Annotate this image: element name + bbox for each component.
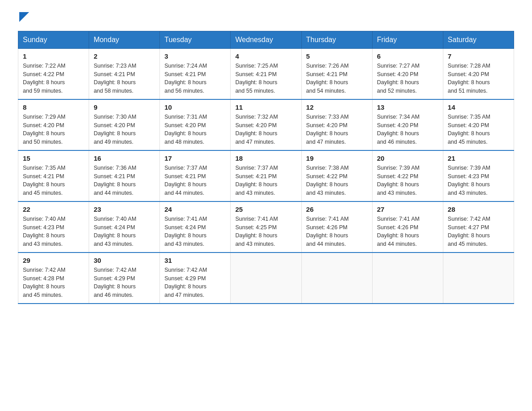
day-number: 23 (94, 206, 155, 213)
day-number: 10 (164, 103, 226, 111)
page-header (18, 13, 514, 22)
header-saturday: Saturday (443, 31, 514, 48)
calendar-cell: 27Sunrise: 7:41 AMSunset: 4:26 PMDayligh… (372, 201, 443, 253)
day-number: 31 (164, 257, 226, 264)
logo-icon (19, 13, 30, 22)
week-row-1: 1Sunrise: 7:22 AMSunset: 4:22 PMDaylight… (18, 48, 514, 99)
day-number: 14 (448, 103, 509, 111)
week-row-2: 8Sunrise: 7:29 AMSunset: 4:20 PMDaylight… (18, 99, 514, 150)
day-info: Sunrise: 7:26 AMSunset: 4:21 PMDaylight:… (306, 62, 368, 95)
calendar-cell: 22Sunrise: 7:40 AMSunset: 4:23 PMDayligh… (18, 201, 89, 253)
day-info: Sunrise: 7:36 AMSunset: 4:21 PMDaylight:… (94, 164, 155, 197)
calendar-cell (443, 253, 514, 304)
day-number: 1 (23, 52, 84, 60)
calendar-cell: 29Sunrise: 7:42 AMSunset: 4:28 PMDayligh… (18, 253, 89, 304)
calendar-cell: 16Sunrise: 7:36 AMSunset: 4:21 PMDayligh… (89, 150, 160, 201)
day-number: 21 (448, 154, 509, 162)
calendar-table: SundayMondayTuesdayWednesdayThursdayFrid… (18, 31, 514, 304)
header-sunday: Sunday (18, 31, 89, 48)
day-info: Sunrise: 7:22 AMSunset: 4:22 PMDaylight:… (23, 62, 84, 95)
day-info: Sunrise: 7:32 AMSunset: 4:20 PMDaylight:… (235, 113, 296, 146)
day-info: Sunrise: 7:42 AMSunset: 4:29 PMDaylight:… (164, 266, 226, 300)
calendar-cell: 8Sunrise: 7:29 AMSunset: 4:20 PMDaylight… (18, 99, 89, 150)
day-number: 6 (377, 52, 438, 60)
day-info: Sunrise: 7:40 AMSunset: 4:23 PMDaylight:… (23, 215, 84, 248)
day-number: 25 (235, 206, 296, 213)
day-number: 4 (235, 52, 296, 60)
day-info: Sunrise: 7:25 AMSunset: 4:21 PMDaylight:… (235, 62, 296, 95)
day-number: 28 (448, 206, 509, 213)
week-row-3: 15Sunrise: 7:35 AMSunset: 4:21 PMDayligh… (18, 150, 514, 201)
day-number: 15 (23, 154, 84, 162)
header-tuesday: Tuesday (160, 31, 231, 48)
calendar-cell: 23Sunrise: 7:40 AMSunset: 4:24 PMDayligh… (89, 201, 160, 253)
logo (18, 13, 30, 22)
day-info: Sunrise: 7:33 AMSunset: 4:20 PMDaylight:… (306, 113, 368, 146)
header-friday: Friday (372, 31, 443, 48)
calendar-cell: 11Sunrise: 7:32 AMSunset: 4:20 PMDayligh… (231, 99, 301, 150)
day-info: Sunrise: 7:30 AMSunset: 4:20 PMDaylight:… (94, 113, 155, 146)
day-number: 12 (306, 103, 368, 111)
day-number: 5 (306, 52, 368, 60)
day-number: 2 (94, 52, 155, 60)
day-number: 8 (23, 103, 84, 111)
calendar-cell: 7Sunrise: 7:28 AMSunset: 4:20 PMDaylight… (443, 48, 514, 99)
calendar-cell (301, 253, 372, 304)
day-info: Sunrise: 7:42 AMSunset: 4:28 PMDaylight:… (23, 266, 84, 300)
day-info: Sunrise: 7:37 AMSunset: 4:21 PMDaylight:… (235, 164, 296, 197)
day-number: 24 (164, 206, 226, 213)
day-number: 20 (377, 154, 438, 162)
calendar-cell: 30Sunrise: 7:42 AMSunset: 4:29 PMDayligh… (89, 253, 160, 304)
day-info: Sunrise: 7:39 AMSunset: 4:23 PMDaylight:… (448, 164, 509, 197)
calendar-cell: 9Sunrise: 7:30 AMSunset: 4:20 PMDaylight… (89, 99, 160, 150)
day-number: 13 (377, 103, 438, 111)
calendar-cell: 1Sunrise: 7:22 AMSunset: 4:22 PMDaylight… (18, 48, 89, 99)
day-info: Sunrise: 7:41 AMSunset: 4:24 PMDaylight:… (164, 215, 226, 248)
calendar-header-row: SundayMondayTuesdayWednesdayThursdayFrid… (18, 31, 514, 48)
calendar-cell: 19Sunrise: 7:38 AMSunset: 4:22 PMDayligh… (301, 150, 372, 201)
day-number: 16 (94, 154, 155, 162)
calendar-cell: 2Sunrise: 7:23 AMSunset: 4:21 PMDaylight… (89, 48, 160, 99)
day-number: 19 (306, 154, 368, 162)
header-wednesday: Wednesday (231, 31, 301, 48)
day-number: 7 (448, 52, 509, 60)
day-number: 30 (94, 257, 155, 264)
calendar-cell: 31Sunrise: 7:42 AMSunset: 4:29 PMDayligh… (160, 253, 231, 304)
calendar-cell: 14Sunrise: 7:35 AMSunset: 4:20 PMDayligh… (443, 99, 514, 150)
day-info: Sunrise: 7:23 AMSunset: 4:21 PMDaylight:… (94, 62, 155, 95)
calendar-cell: 6Sunrise: 7:27 AMSunset: 4:20 PMDaylight… (372, 48, 443, 99)
calendar-cell: 26Sunrise: 7:41 AMSunset: 4:26 PMDayligh… (301, 201, 372, 253)
calendar-cell: 25Sunrise: 7:41 AMSunset: 4:25 PMDayligh… (231, 201, 301, 253)
day-info: Sunrise: 7:42 AMSunset: 4:27 PMDaylight:… (448, 215, 509, 248)
calendar-cell (231, 253, 301, 304)
day-info: Sunrise: 7:27 AMSunset: 4:20 PMDaylight:… (377, 62, 438, 95)
day-info: Sunrise: 7:39 AMSunset: 4:22 PMDaylight:… (377, 164, 438, 197)
day-number: 18 (235, 154, 296, 162)
day-info: Sunrise: 7:35 AMSunset: 4:21 PMDaylight:… (23, 164, 84, 197)
day-number: 26 (306, 206, 368, 213)
calendar-cell: 13Sunrise: 7:34 AMSunset: 4:20 PMDayligh… (372, 99, 443, 150)
calendar-cell: 12Sunrise: 7:33 AMSunset: 4:20 PMDayligh… (301, 99, 372, 150)
day-info: Sunrise: 7:37 AMSunset: 4:21 PMDaylight:… (164, 164, 226, 197)
calendar-cell: 4Sunrise: 7:25 AMSunset: 4:21 PMDaylight… (231, 48, 301, 99)
calendar-cell: 5Sunrise: 7:26 AMSunset: 4:21 PMDaylight… (301, 48, 372, 99)
calendar-cell (372, 253, 443, 304)
day-number: 29 (23, 257, 84, 264)
calendar-cell: 18Sunrise: 7:37 AMSunset: 4:21 PMDayligh… (231, 150, 301, 201)
day-info: Sunrise: 7:29 AMSunset: 4:20 PMDaylight:… (23, 113, 84, 146)
day-number: 11 (235, 103, 296, 111)
day-info: Sunrise: 7:31 AMSunset: 4:20 PMDaylight:… (164, 113, 226, 146)
day-info: Sunrise: 7:34 AMSunset: 4:20 PMDaylight:… (377, 113, 438, 146)
day-number: 27 (377, 206, 438, 213)
calendar-cell: 28Sunrise: 7:42 AMSunset: 4:27 PMDayligh… (443, 201, 514, 253)
calendar-cell: 15Sunrise: 7:35 AMSunset: 4:21 PMDayligh… (18, 150, 89, 201)
day-info: Sunrise: 7:40 AMSunset: 4:24 PMDaylight:… (94, 215, 155, 248)
day-info: Sunrise: 7:41 AMSunset: 4:26 PMDaylight:… (306, 215, 368, 248)
day-info: Sunrise: 7:41 AMSunset: 4:25 PMDaylight:… (235, 215, 296, 248)
day-number: 22 (23, 206, 84, 213)
week-row-5: 29Sunrise: 7:42 AMSunset: 4:28 PMDayligh… (18, 253, 514, 304)
day-info: Sunrise: 7:24 AMSunset: 4:21 PMDaylight:… (164, 62, 226, 95)
header-monday: Monday (89, 31, 160, 48)
svg-marker-0 (19, 12, 29, 22)
week-row-4: 22Sunrise: 7:40 AMSunset: 4:23 PMDayligh… (18, 201, 514, 253)
